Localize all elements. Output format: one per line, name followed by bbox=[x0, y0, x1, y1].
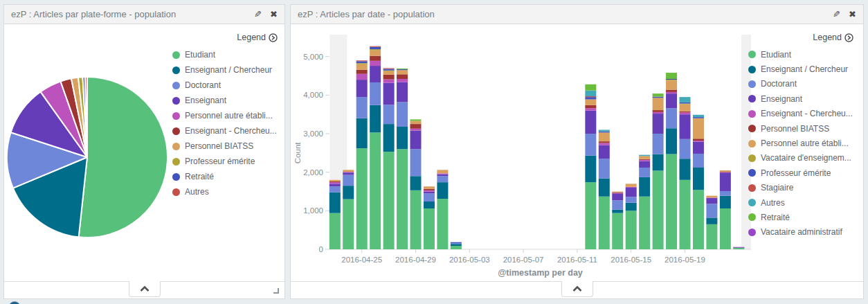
bar-segment[interactable] bbox=[370, 132, 381, 249]
legend-item[interactable]: Enseignant / Chercheur bbox=[748, 62, 853, 76]
bar-segment[interactable] bbox=[356, 60, 368, 61]
bar-segment[interactable] bbox=[680, 180, 691, 249]
bar-segment[interactable] bbox=[653, 98, 664, 110]
bar-segment[interactable] bbox=[693, 168, 704, 190]
bar-segment[interactable] bbox=[599, 132, 610, 141]
legend-item[interactable]: Autres bbox=[172, 184, 278, 199]
bar-segment[interactable] bbox=[639, 161, 650, 168]
bar-segment[interactable] bbox=[653, 97, 664, 98]
pie-slice[interactable] bbox=[79, 77, 168, 238]
bar-segment[interactable] bbox=[693, 118, 704, 139]
bar-segment[interactable] bbox=[599, 141, 610, 143]
bar-segment[interactable] bbox=[653, 154, 664, 171]
bar-segment[interactable] bbox=[437, 199, 448, 249]
bar-segment[interactable] bbox=[437, 176, 448, 182]
bar-segment[interactable] bbox=[343, 199, 354, 249]
bar-segment[interactable] bbox=[343, 186, 354, 199]
bar-segment[interactable] bbox=[706, 197, 717, 198]
edit-panel-icon[interactable]: ✎ bbox=[254, 10, 262, 19]
bar-segment[interactable] bbox=[343, 172, 354, 175]
legend-item[interactable]: Personnel BIATSS bbox=[748, 121, 853, 136]
bar-segment[interactable] bbox=[397, 149, 408, 249]
bar-segment[interactable] bbox=[706, 204, 717, 217]
bar-segment[interactable] bbox=[370, 105, 381, 133]
bar-segment[interactable] bbox=[370, 61, 381, 66]
bar-segment[interactable] bbox=[612, 193, 623, 200]
bar-segment[interactable] bbox=[733, 247, 744, 248]
bar-segment[interactable] bbox=[680, 104, 691, 105]
bar-segment[interactable] bbox=[585, 96, 596, 97]
bar-segment[interactable] bbox=[410, 149, 422, 176]
bar-segment[interactable] bbox=[343, 172, 354, 172]
bar-segment[interactable] bbox=[639, 177, 650, 197]
bar-segment[interactable] bbox=[329, 182, 341, 184]
bar-segment[interactable] bbox=[612, 193, 623, 194]
bar-segment[interactable] bbox=[626, 211, 637, 249]
bar-segment[interactable] bbox=[424, 202, 435, 208]
close-panel-icon[interactable]: ✖ bbox=[270, 10, 278, 19]
bar-segment[interactable] bbox=[612, 213, 623, 249]
bar-segment[interactable] bbox=[410, 121, 422, 124]
bar-segment[interactable] bbox=[693, 142, 704, 154]
bar-segment[interactable] bbox=[329, 213, 341, 249]
bar-segment[interactable] bbox=[626, 203, 637, 211]
collapse-panel-button[interactable] bbox=[561, 281, 593, 297]
bar-segment[interactable] bbox=[410, 124, 422, 129]
bar-segment[interactable] bbox=[370, 47, 381, 49]
bar-segment[interactable] bbox=[585, 156, 596, 182]
bar-segment[interactable] bbox=[585, 99, 596, 105]
bar-segment[interactable] bbox=[666, 128, 677, 154]
bar-segment[interactable] bbox=[370, 46, 381, 47]
bar-segment[interactable] bbox=[329, 180, 341, 181]
legend-item[interactable]: Etudiant bbox=[172, 47, 278, 62]
bar-segment[interactable] bbox=[424, 186, 435, 188]
bar-segment[interactable] bbox=[639, 197, 650, 249]
bar-segment[interactable] bbox=[639, 159, 650, 160]
legend-item[interactable]: Doctorant bbox=[748, 77, 853, 91]
bar-segment[interactable] bbox=[356, 61, 368, 63]
bar-segment[interactable] bbox=[666, 79, 677, 80]
bar-segment[interactable] bbox=[612, 210, 623, 213]
bar-segment[interactable] bbox=[451, 246, 462, 249]
bar-segment[interactable] bbox=[720, 172, 731, 191]
legend-item[interactable]: Enseignant bbox=[172, 93, 278, 108]
bar-segment[interactable] bbox=[653, 134, 664, 154]
bar-segment[interactable] bbox=[383, 69, 395, 71]
close-panel-icon[interactable]: ✖ bbox=[849, 10, 856, 19]
bar-segment[interactable] bbox=[585, 134, 596, 156]
bar-segment[interactable] bbox=[356, 97, 368, 118]
bar-segment[interactable] bbox=[599, 179, 610, 197]
bar-segment[interactable] bbox=[639, 168, 650, 177]
bar-segment[interactable] bbox=[410, 131, 422, 150]
bar-segment[interactable] bbox=[397, 102, 408, 127]
bar-segment[interactable] bbox=[343, 170, 354, 172]
bar-segment[interactable] bbox=[599, 129, 610, 131]
bar-segment[interactable] bbox=[706, 196, 717, 198]
bar-segment[interactable] bbox=[451, 242, 462, 243]
resize-handle-icon[interactable] bbox=[273, 288, 279, 294]
bar-segment[interactable] bbox=[585, 105, 596, 108]
bar-segment[interactable] bbox=[680, 102, 691, 104]
bar-segment[interactable] bbox=[437, 182, 448, 199]
bar-segment[interactable] bbox=[356, 74, 368, 80]
bar-segment[interactable] bbox=[666, 80, 677, 80]
bar-segment[interactable] bbox=[383, 71, 395, 71]
bar-segment[interactable] bbox=[383, 68, 395, 69]
bar-segment[interactable] bbox=[626, 184, 637, 186]
bar-segment[interactable] bbox=[410, 190, 422, 249]
bar-segment[interactable] bbox=[693, 138, 704, 141]
bar-segment[interactable] bbox=[680, 159, 691, 180]
bar-segment[interactable] bbox=[410, 129, 422, 131]
bar-segment[interactable] bbox=[680, 97, 691, 102]
bar-segment[interactable] bbox=[397, 127, 408, 149]
bar-segment[interactable] bbox=[585, 84, 596, 91]
bar-segment[interactable] bbox=[720, 172, 731, 172]
bar-segment[interactable] bbox=[451, 244, 462, 246]
legend-item[interactable]: Etudiant bbox=[748, 47, 853, 62]
bar-segment[interactable] bbox=[666, 93, 677, 108]
bar-segment[interactable] bbox=[410, 119, 422, 120]
bar-segment[interactable] bbox=[383, 152, 395, 249]
bar-segment[interactable] bbox=[706, 217, 717, 224]
bar-segment[interactable] bbox=[693, 141, 704, 142]
bar-segment[interactable] bbox=[599, 197, 610, 249]
